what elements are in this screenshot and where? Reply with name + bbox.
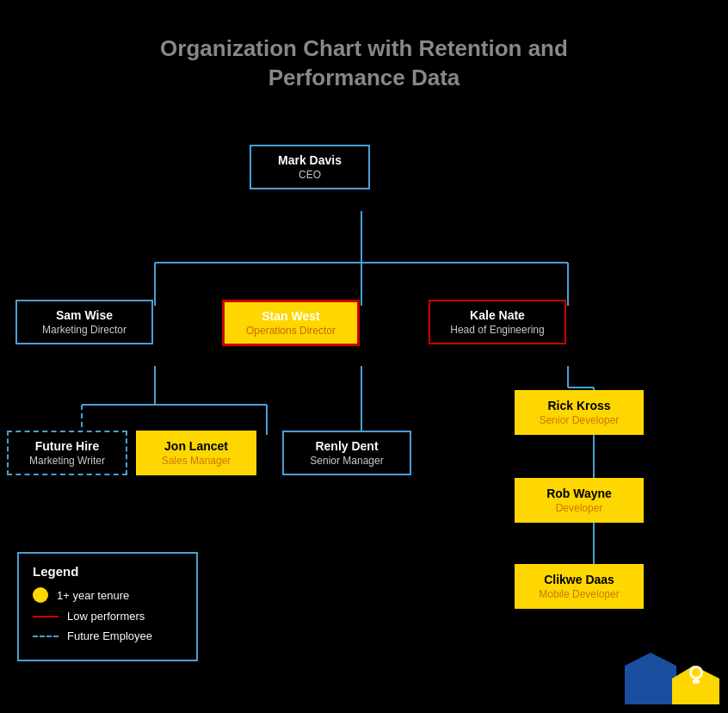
future-hire-name: Future Hire [17,439,117,453]
future-hire-title: Marketing Writer [17,455,117,467]
legend-item-future: Future Employee [33,629,182,642]
legend-tenure-label: 1+ year tenure [57,589,129,602]
legend-yellow-dot [33,587,48,603]
clikwe-name: Clikwe Daas [525,573,633,586]
page-title: Organization Chart with Retention and Pe… [80,0,648,93]
legend-title: Legend [33,564,182,579]
rick-title: Senior Developer [525,414,633,426]
svg-rect-19 [693,679,700,684]
operations-title: Operations Director [233,325,349,337]
legend-red-line [33,616,59,617]
legend-dashed-line [33,636,59,637]
engineering-title: Head of Engineering [439,324,556,336]
sales-title: Sales Manager [146,455,246,467]
senior-mgr-title: Senior Manager [293,455,401,467]
node-sales[interactable]: Jon Lancet Sales Manager [136,431,256,475]
node-clikwe[interactable]: Clikwe Daas Mobile Developer [515,564,644,609]
legend: Legend 1+ year tenure Low performers Fut… [17,552,198,661]
rob-title: Developer [525,502,633,514]
marketing-title: Marketing Director [26,324,143,336]
logo-area [625,648,719,704]
title-line1: Organization Chart with Retention and [160,35,568,61]
node-future-hire[interactable]: Future Hire Marketing Writer [7,431,127,475]
title-line2: Performance Data [268,65,460,90]
engineering-name: Kale Nate [439,308,556,322]
legend-future-label: Future Employee [67,629,152,642]
ceo-name: Mark Davis [260,153,360,167]
legend-item-low: Low performers [33,610,182,623]
senior-mgr-name: Renly Dent [293,439,401,453]
ceo-title: CEO [260,169,360,181]
rob-name: Rob Wayne [525,487,633,500]
rick-name: Rick Kross [525,399,633,412]
main-container: Organization Chart with Retention and Pe… [0,0,728,713]
node-rob[interactable]: Rob Wayne Developer [515,478,644,523]
operations-name: Stan West [233,309,349,323]
svg-marker-16 [625,653,676,704]
legend-item-tenure: 1+ year tenure [33,587,182,603]
node-rick[interactable]: Rick Kross Senior Developer [515,390,644,435]
sales-name: Jon Lancet [146,439,246,453]
legend-low-label: Low performers [67,610,145,623]
node-senior-mgr[interactable]: Renly Dent Senior Manager [282,431,411,475]
node-marketing[interactable]: Sam Wise Marketing Director [15,300,153,344]
node-operations[interactable]: Stan West Operations Director [222,300,360,346]
clikwe-title: Mobile Developer [525,588,633,600]
node-ceo[interactable]: Mark Davis CEO [250,145,370,189]
svg-point-20 [692,668,700,677]
node-engineering[interactable]: Kale Nate Head of Engineering [429,300,566,344]
marketing-name: Sam Wise [26,308,143,322]
